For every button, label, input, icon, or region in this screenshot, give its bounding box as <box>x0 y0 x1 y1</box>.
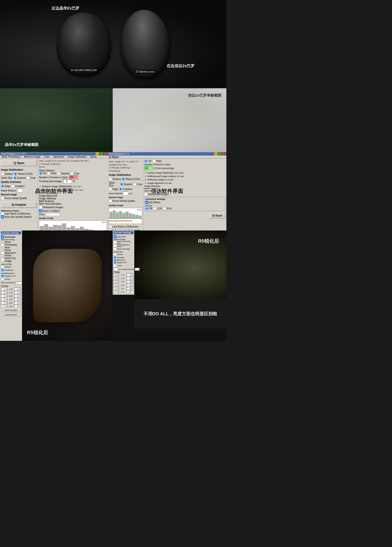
automatic-input[interactable] <box>1 235 4 239</box>
show-proc-r[interactable]: Show Processing Area <box>113 241 134 244</box>
sharpened-images-checkbox[interactable]: Sharpened Images <box>39 206 107 209</box>
planet-radio-input[interactable] <box>14 172 17 176</box>
wl-step-4[interactable] <box>1 298 8 301</box>
show-processing-checkbox[interactable]: Show Processing Area <box>1 241 21 249</box>
expand2-radio-input[interactable] <box>57 172 61 175</box>
stack-button[interactable]: 3) Stack <box>209 213 225 218</box>
open-button-left[interactable]: 1) Open <box>1 160 37 166</box>
wl-preview-r2[interactable] <box>127 277 134 280</box>
surface-input-r[interactable] <box>109 178 112 181</box>
sharpened-r[interactable]: Sharpened Images <box>144 193 225 196</box>
dyadic-r[interactable]: Dyadic (2^n) <box>113 261 134 264</box>
force-global-input[interactable] <box>1 197 4 200</box>
linear-radio-input[interactable] <box>1 278 4 281</box>
surface-radio-r[interactable]: Surface <box>109 178 121 181</box>
increment-input[interactable] <box>15 281 22 284</box>
last-stack-ref-checkbox[interactable]: Last Stack is Reference <box>1 212 37 215</box>
edge-radio-r[interactable]: Edge <box>109 188 118 191</box>
force-global-checkbox[interactable]: Force Global Quality <box>1 197 37 200</box>
linear-r[interactable]: Linear <box>113 264 134 267</box>
frames-input-r[interactable] <box>144 166 153 170</box>
png-radio-r[interactable]: PNG <box>153 160 162 163</box>
show-full-image-input[interactable] <box>1 258 4 261</box>
automatic-input-r[interactable] <box>113 235 117 238</box>
maximize-button[interactable]: □ <box>99 152 103 155</box>
gradient-radio-r[interactable]: Gradient <box>119 188 132 191</box>
analyse-button-left[interactable]: 2) Analyse <box>1 202 37 208</box>
crop-radio[interactable]: Crop <box>26 176 36 179</box>
last-stack-ref-r[interactable]: Last Stack is Reference <box>109 225 142 228</box>
hq-refine-checkbox[interactable]: HQ Refine <box>145 201 224 204</box>
png-radio[interactable]: PNG <box>47 172 56 175</box>
gradient-radio[interactable]: Gradient <box>11 185 24 188</box>
prefix-input[interactable] <box>45 213 60 216</box>
sharpened-images-input[interactable] <box>39 206 42 209</box>
wl-step-r4[interactable] <box>113 284 119 287</box>
noise-robust-input-r[interactable] <box>123 191 128 195</box>
menu-memory[interactable]: Memory Image <box>24 155 41 158</box>
save-in-folders-checkbox[interactable]: Save in Folders <box>39 209 107 213</box>
png-radio-input-r[interactable] <box>153 160 156 163</box>
dyadic-input-r[interactable] <box>113 261 117 264</box>
wl-preview-4[interactable] <box>14 298 21 301</box>
drizzle-15x-input[interactable] <box>153 207 156 210</box>
wl-preview-6[interactable] <box>14 305 21 308</box>
crop-radio-input[interactable] <box>26 176 30 179</box>
frame-pct-input[interactable] <box>63 179 72 183</box>
wl-preview-1[interactable] <box>14 288 21 291</box>
increment-val-r[interactable] <box>135 268 140 271</box>
wl-step-1[interactable] <box>1 288 8 291</box>
auto-size-input[interactable] <box>1 215 4 218</box>
minimize-button[interactable]: ─ <box>96 152 99 155</box>
tif-radio-r[interactable]: TIF <box>144 160 152 163</box>
drizzle-30x-radio[interactable]: 3.0X <box>163 207 172 210</box>
menu-color[interactable]: Color <box>43 155 51 158</box>
wl-preview-r4[interactable] <box>127 284 134 287</box>
show-alignment-input[interactable] <box>1 251 4 254</box>
force-global-r[interactable]: Force Global Quality <box>109 199 142 203</box>
wl-preview-r6[interactable] <box>127 291 134 293</box>
show-full-input-r[interactable] <box>113 247 117 251</box>
load-schemes-button[interactable]: load schemes <box>1 313 21 317</box>
last-stack-input-r[interactable] <box>109 225 112 228</box>
wl-step-2[interactable] <box>1 291 8 294</box>
drizzle-30x-input[interactable] <box>163 207 166 210</box>
auto-size-checkbox[interactable]: Auto size (quality based) <box>1 215 37 218</box>
expand-radio-input-r[interactable] <box>120 183 123 186</box>
linear-radio[interactable]: Linear <box>1 278 21 281</box>
edge-input-r[interactable] <box>109 188 112 191</box>
force-global-input-r[interactable] <box>109 199 112 203</box>
crop2-radio-input[interactable] <box>70 172 74 175</box>
tif-radio-input-r[interactable] <box>144 160 147 163</box>
show-processing-input[interactable] <box>1 243 4 246</box>
drizzle-off-radio[interactable]: Off <box>145 207 152 210</box>
open-btn-right-menu[interactable]: 1) Open <box>109 155 119 158</box>
drizzle-off-input[interactable] <box>145 207 148 210</box>
wl-preview-3[interactable] <box>14 294 21 297</box>
expand-radio-r[interactable]: Expand <box>120 183 132 186</box>
show-alignment-checkbox[interactable]: Show Alignment Points <box>1 249 21 257</box>
close-button-r[interactable]: ✕ <box>222 152 225 155</box>
wl-preview-r1[interactable] <box>127 273 134 276</box>
last-stack-ref-input[interactable] <box>1 212 4 215</box>
png-radio-input[interactable] <box>47 172 50 175</box>
menu-advanced[interactable]: Advanced <box>52 155 65 158</box>
show-full-image-checkbox[interactable]: Show Full Image <box>1 257 21 262</box>
expand-radio[interactable]: Expand <box>13 176 25 179</box>
wl-step-6[interactable] <box>1 305 8 308</box>
gaussian-radio[interactable]: Gaussian <box>1 268 21 272</box>
default-radio[interactable]: Default <box>1 265 21 268</box>
gaussian-r[interactable]: Gaussian <box>113 256 134 259</box>
automatic-checkbox-r[interactable]: Automatic <box>113 235 134 238</box>
close-button[interactable]: ✕ <box>103 152 107 155</box>
tif-radio-input[interactable] <box>39 172 42 175</box>
wl-step-r1[interactable] <box>113 273 119 276</box>
expand-radio-input[interactable] <box>13 176 17 179</box>
tif-radio[interactable]: TIF <box>39 172 46 175</box>
wl-step-r2[interactable] <box>113 277 119 280</box>
sharpened-input-r[interactable] <box>144 193 147 196</box>
frames-input[interactable] <box>69 176 78 179</box>
planet-radio[interactable]: Planet (COG) <box>14 172 33 176</box>
planet-radio-r[interactable]: Planet (COG) <box>122 178 140 181</box>
expand2-radio[interactable]: Expand <box>57 172 69 175</box>
